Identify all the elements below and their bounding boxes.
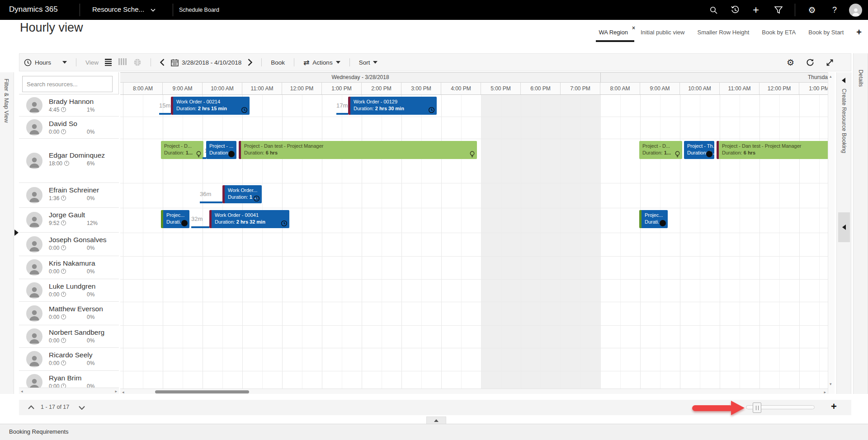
resource-row-norbert-sandberg[interactable]: Norbert Sandberg 0:00 0%: [19, 325, 119, 348]
zoom-slider-handle[interactable]: [753, 403, 761, 413]
brand-logo[interactable]: Dynamics 365: [9, 5, 58, 14]
resource-name: Joseph Gonsalves: [49, 236, 107, 244]
booking-work-order[interactable]: Work Order... Duration: 1 ...: [222, 185, 262, 203]
page-down-chevron[interactable]: [79, 406, 85, 410]
resource-row-david-so[interactable]: David So 0:00 0%: [19, 117, 119, 139]
settings-button[interactable]: ⚙: [803, 0, 821, 20]
fullscreen-button[interactable]: [826, 59, 834, 66]
tab-wa-region[interactable]: WA Region ×: [599, 29, 628, 36]
resource-row-jorge-gault[interactable]: Jorge Gault 9:52 12%: [19, 208, 119, 233]
bottom-pagination-bar: 1 - 17 of 17 − +: [19, 400, 851, 415]
map-view-button[interactable]: [133, 58, 142, 66]
grid-vertical-scrollbar[interactable]: ▴ ▾: [828, 72, 835, 394]
resource-row-efrain-schreiner[interactable]: Efrain Schreiner 1:36 0%: [19, 183, 119, 208]
booking-project-blue[interactable]: Project - Th... Duration: 1...: [684, 141, 714, 159]
scale-hours-dropdown[interactable]: Hours: [24, 59, 67, 66]
resource-row-kris-nakamura[interactable]: Kris Nakamura 0:00 0%: [19, 256, 119, 279]
filter-map-view-label: Filter & Map View: [3, 79, 9, 123]
clock-icon: [281, 220, 288, 227]
booking-project-blue[interactable]: Projec... Durati...: [161, 210, 189, 228]
clock-icon: [61, 196, 66, 201]
actions-label: Actions: [312, 59, 332, 66]
nav-divider: [173, 4, 173, 16]
expand-filter-panel-arrow[interactable]: [14, 229, 19, 236]
resource-panel-horizontal-scrollbar[interactable]: ◂ ▸: [19, 388, 119, 394]
panel-drag-handle[interactable]: [838, 212, 850, 242]
resource-row-ryan-brim[interactable]: Ryan Brim 0:00 0%: [19, 371, 119, 388]
hour-cell: 8:00 AM: [600, 83, 640, 94]
date-range-picker[interactable]: 3/28/2018 - 4/10/2018: [171, 59, 241, 66]
booking-project-blue[interactable]: Project - ... Duration...: [206, 141, 236, 159]
close-icon[interactable]: ×: [632, 25, 635, 31]
page-up-chevron[interactable]: [28, 405, 34, 409]
refresh-button[interactable]: [806, 58, 814, 66]
schedule-grid-body[interactable]: 15m Work Order - 00214 Duration: 2 hrs 1…: [120, 95, 828, 389]
resource-name: Kris Nakamura: [49, 259, 95, 267]
resource-utilization: 0%: [87, 337, 94, 344]
prev-range-button[interactable]: [160, 59, 165, 66]
resource-row-ricardo-seely[interactable]: Ricardo Seely 0:00 0%: [19, 348, 119, 371]
add-board-tab-button[interactable]: +: [856, 27, 862, 37]
scroll-right-arrow[interactable]: ▸: [115, 389, 117, 393]
app-switcher[interactable]: Resource Sche...: [92, 5, 156, 13]
booking-project-green[interactable]: Project - D... Duration: 1...: [639, 141, 682, 159]
booking-work-order-00129[interactable]: Work Order - 00129 Duration: 2 hrs 30 mi…: [348, 97, 437, 115]
clock-icon: [61, 314, 66, 319]
zoom-out-button[interactable]: −: [730, 401, 736, 412]
hour-cell: 10:00 AM: [203, 83, 242, 94]
booking-project-dan-test[interactable]: Project - Dan test - Project Manager Dur…: [717, 141, 828, 159]
zoom-slider[interactable]: [746, 405, 815, 409]
expand-panel-arrow[interactable]: [842, 225, 846, 230]
board-settings-button[interactable]: ⚙: [787, 57, 794, 68]
resource-hours: 0:00: [49, 268, 66, 275]
expand-panel-arrow[interactable]: [842, 78, 845, 83]
resource-row-brady-hannon[interactable]: Brady Hannon 4:45 1%: [19, 94, 119, 117]
filter-map-view-panel-collapsed[interactable]: Filter & Map View: [0, 72, 14, 394]
scroll-right-arrow[interactable]: ▸: [824, 390, 826, 394]
tab-initial-public-view[interactable]: Initial public view: [641, 29, 685, 36]
scroll-left-arrow[interactable]: ◂: [21, 389, 23, 393]
scroll-left-arrow[interactable]: ◂: [122, 390, 124, 394]
search-icon: [710, 6, 717, 14]
book-button[interactable]: Book: [271, 59, 285, 66]
tab-smaller-row-height[interactable]: Smaller Row Height: [697, 29, 749, 36]
sort-dropdown[interactable]: Sort: [359, 59, 378, 66]
advanced-find-button[interactable]: [769, 0, 788, 20]
details-panel-collapsed[interactable]: Details: [853, 53, 868, 394]
resource-name: David So: [49, 120, 77, 128]
booking-work-order-00041[interactable]: Work Order - 00041 Duration: 2 hrs 32 mi…: [209, 210, 289, 228]
resource-name: Norbert Sandberg: [49, 328, 104, 337]
resource-row-matthew-everson[interactable]: Matthew Everson 0:00 0%: [19, 302, 119, 325]
user-avatar[interactable]: [849, 4, 862, 17]
booking-project-green[interactable]: Project - D... Duration: 1...: [161, 141, 203, 159]
grid-horizontal-scrollbar[interactable]: ◂ ▸: [120, 389, 828, 394]
new-record-button[interactable]: +: [747, 0, 765, 20]
booking-project-dan-test[interactable]: Project - Dan test - Project Manager Dur…: [239, 141, 477, 159]
actions-dropdown[interactable]: ⇄ Actions: [303, 58, 340, 67]
next-range-button[interactable]: [248, 59, 252, 66]
scrollbar-thumb[interactable]: [155, 390, 249, 393]
help-button[interactable]: ?: [826, 0, 844, 20]
zoom-in-button[interactable]: +: [831, 401, 837, 412]
booking-work-order-00214[interactable]: Work Order - 00214 Duration: 2 hrs 15 mi…: [171, 97, 250, 115]
booking-project-blue[interactable]: Projec... Durati...: [639, 210, 668, 228]
hour-cell: 11:00 AM: [720, 83, 760, 94]
hour-cell: 9:00 AM: [640, 83, 680, 94]
list-view-button[interactable]: [105, 58, 112, 67]
tab-book-by-eta[interactable]: Book by ETA: [762, 29, 796, 36]
search-button[interactable]: [704, 0, 722, 20]
resource-row-edgar-dominquez[interactable]: Edgar Dominquez 18:00 6%: [19, 139, 119, 183]
resource-row-joseph-gonsalves[interactable]: Joseph Gonsalves 0:00 0%: [19, 233, 119, 256]
resource-row-luke-lundgren[interactable]: Luke Lundgren 0:00 0%: [19, 279, 119, 302]
booking-requirements-panel-header[interactable]: Booking Requirements: [0, 424, 868, 440]
clock-icon: [428, 107, 435, 113]
grid-view-button[interactable]: [118, 58, 127, 66]
search-resources-input[interactable]: [22, 76, 113, 92]
scroll-up-arrow[interactable]: ▴: [830, 74, 832, 79]
recent-button[interactable]: [726, 0, 744, 20]
scroll-down-arrow[interactable]: ▾: [830, 382, 832, 386]
person-icon: [28, 239, 41, 253]
create-resource-booking-panel-collapsed[interactable]: Create Resource Booking: [836, 72, 851, 394]
tab-book-by-start[interactable]: Book by Start: [808, 29, 844, 36]
expand-requirements-panel-tab[interactable]: [426, 417, 446, 424]
